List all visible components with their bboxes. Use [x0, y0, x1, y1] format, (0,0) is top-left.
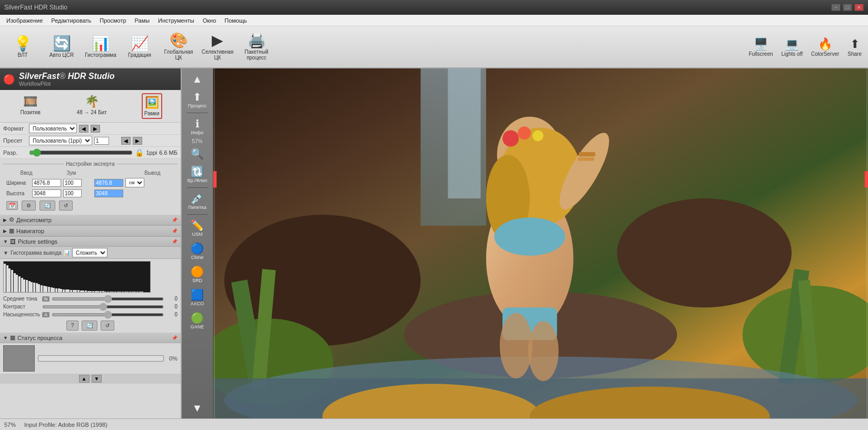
histo-mode-select[interactable]: Сложить [72, 248, 107, 257]
gradient-button[interactable]: 📈 Градация [121, 28, 158, 66]
densitometer-header[interactable]: ▶ ⚙ Денситометр 📌 [0, 215, 181, 225]
srd-button[interactable]: 🟠 SRD [183, 263, 212, 285]
scan-type-positive[interactable]: 🎞️ Позитив [18, 93, 42, 119]
preset-select[interactable]: Пользователь (1ppi) [29, 136, 92, 145]
share-button[interactable]: ⬆ Share [845, 35, 864, 59]
resolution-slider[interactable] [29, 151, 133, 155]
lightsoff-button[interactable]: 💻 Lights off [780, 35, 805, 59]
scroll-down-button[interactable]: ▼ [92, 375, 102, 383]
selectcr-button[interactable]: ▶ Селективная ЦК [199, 28, 236, 66]
date-button[interactable]: 📅 [6, 201, 18, 210]
contrast-slider[interactable] [42, 305, 164, 308]
svg-point-28 [500, 313, 532, 378]
ps-refresh-button[interactable]: 🔄 [82, 321, 97, 331]
lightsoff-icon: 💻 [785, 37, 799, 51]
midtones-slider[interactable] [52, 297, 164, 301]
menubar: Изображение Редактировать Просмотр Рамы … [0, 15, 868, 26]
scan-type-frames[interactable]: 🖼️ Рамки [142, 93, 162, 119]
expert-settings-button[interactable]: ⚙ [22, 201, 36, 211]
midtones-value: 0 [166, 296, 177, 302]
width-unit-select[interactable]: см [125, 178, 144, 187]
info-button[interactable]: ℹ Инфо [183, 115, 212, 137]
height-input[interactable] [32, 189, 61, 197]
status-section: ▼ ▦ Статус процесса 📌 0% ▲ ▼ [0, 333, 181, 384]
saturation-slider[interactable] [52, 313, 164, 316]
fullscreen-icon: 🖥️ [754, 37, 768, 51]
menu-edit[interactable]: Редактировать [47, 16, 95, 25]
fullscreen-button[interactable]: 🖥️ Fullscreen [746, 35, 775, 59]
saturation-row: Насыщенность A 0 [0, 311, 181, 318]
batch-label: Пакетный процесс [240, 49, 273, 61]
status-percent: 0% [169, 355, 177, 362]
width-input[interactable] [32, 179, 61, 187]
status-arrow: ▼ [3, 335, 8, 341]
format-select[interactable]: Пользователь [29, 124, 77, 133]
menu-help[interactable]: Помощь [220, 16, 251, 25]
pipette-button[interactable]: 💉 Пипетка [183, 190, 212, 212]
batch-button[interactable]: 🖨️ Пакетный процесс [238, 28, 275, 66]
menu-view[interactable]: Просмотр [95, 16, 130, 25]
side-scroll-down[interactable]: ▼ [183, 399, 212, 416]
ps-reset-button[interactable]: ↺ [101, 321, 114, 331]
brand-suffix: HDR Studio [68, 72, 115, 81]
vlt-button[interactable]: 💡 ВЛТ [4, 28, 41, 66]
preset-prev-button[interactable]: ◀ [121, 137, 131, 145]
status-header[interactable]: ▼ ▦ Статус процесса 📌 [0, 333, 181, 343]
zoom-percent: 57% [192, 138, 202, 144]
menu-frames[interactable]: Рамы [131, 16, 154, 25]
menu-image[interactable]: Изображение [2, 16, 47, 25]
side-sep-2 [187, 187, 208, 188]
midtones-label: Средние тона [3, 296, 40, 302]
format-next-button[interactable]: ▶ [91, 125, 100, 133]
scroll-up-button[interactable]: ▲ [79, 375, 90, 383]
densitometer-pin: 📌 [172, 217, 177, 223]
process-button[interactable]: ⬆ Процесс [183, 88, 212, 111]
autocr-button[interactable]: 🔄 Авто ЦСR [43, 28, 80, 66]
gane-button[interactable]: 🟢 GANE [183, 309, 212, 332]
workflow-section: 🔴 SilverFast® HDR Studio WorkflowPilot [0, 68, 181, 90]
zoom-button[interactable]: 🔍 [183, 145, 212, 162]
picture-settings-header[interactable]: ▼ 🖼 Picture settings 📌 [0, 237, 181, 247]
histogram-label: Гистограмма [85, 52, 116, 58]
menu-window[interactable]: Окно [199, 16, 221, 25]
lightsoff-label: Lights off [782, 51, 803, 57]
width-output-input[interactable] [94, 179, 123, 187]
densitometer-section: ▶ ⚙ Денситометр 📌 [0, 215, 181, 226]
brand-main: SilverFast [19, 72, 59, 81]
side-scroll-up[interactable]: ▲ [183, 71, 212, 87]
globalcr-button[interactable]: 🎨 Глобальная ЦК [160, 28, 197, 66]
maximize-button[interactable]: □ [843, 4, 852, 11]
width-zoom-input[interactable] [63, 179, 82, 187]
preset-next-button[interactable]: ▶ [133, 137, 142, 145]
res-label: Разр. [3, 149, 27, 156]
status-bar [38, 355, 164, 362]
histogram-button[interactable]: 📊 Гистограмма [82, 28, 119, 66]
expert-reset-button[interactable]: ↺ [59, 201, 73, 211]
48bit-label: 48 → 24 Бит [77, 109, 107, 115]
menu-tools[interactable]: Инструменты [154, 16, 199, 25]
navigator-label: Навигатор [16, 228, 44, 234]
share-icon: ⬆ [850, 37, 860, 51]
ps-help-button[interactable]: ? [66, 321, 79, 331]
minimize-button[interactable]: − [831, 4, 841, 11]
flip-button[interactable]: 🔃 Вр./Флип [183, 163, 212, 185]
resolution-row: Разр. 🔒 1ppi 6.6 МБ [0, 147, 181, 159]
usm-button[interactable]: ✏️ USM [183, 217, 212, 239]
format-prev-button[interactable]: ◀ [79, 125, 88, 133]
srd-icon: 🟠 [191, 265, 204, 278]
preset-num-input[interactable] [94, 137, 109, 145]
colorserver-button[interactable]: 🔥 ColorServer [809, 35, 841, 59]
statusbar: 57% Input Profile: Adobe RGB (1998) [0, 418, 868, 430]
clone-button[interactable]: 🔵 Clone [183, 240, 212, 262]
close-button[interactable]: ✕ [854, 4, 864, 11]
expert-refresh-button[interactable]: 🔄 [40, 201, 55, 211]
app-title: SilverFast HDR Studio [4, 4, 67, 11]
height-zoom-input[interactable] [63, 189, 82, 197]
scan-type-48bit[interactable]: 🌴 48 → 24 Бит [75, 93, 108, 119]
res-size: 6.6 МБ [159, 149, 177, 156]
aaco-button[interactable]: 🟦 AACO [183, 286, 212, 308]
col-header-output: Вывод [144, 170, 160, 176]
height-output-input[interactable] [94, 189, 123, 197]
col-header-input: Ввод [20, 170, 32, 176]
navigator-header[interactable]: ▶ ▦ Навигатор 📌 [0, 226, 181, 236]
